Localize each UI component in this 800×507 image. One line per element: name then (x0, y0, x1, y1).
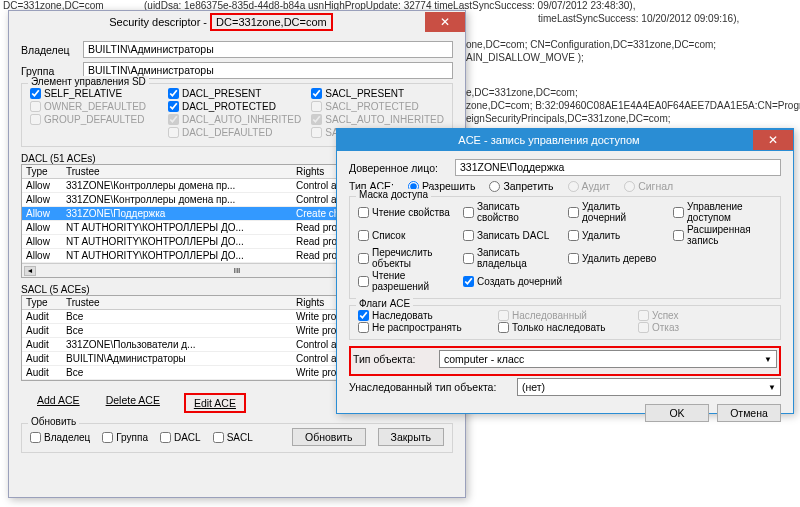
sd-title-prefix: Security descriptor - (109, 16, 210, 28)
cb-del-child[interactable]: Удалить дочерний (568, 201, 667, 223)
cb-ext-write[interactable]: Расширенная запись (673, 224, 772, 246)
cb-write-prop[interactable]: Записать свойство (463, 201, 562, 223)
bg-l4: AIN_DISALLOW_MOVE ); (466, 51, 584, 65)
ace-obj-type-select[interactable]: computer - класс ▼ (439, 350, 777, 368)
col-trustee[interactable]: Trustee (62, 165, 292, 178)
cb-self-relative[interactable]: SELF_RELATIVE (30, 88, 122, 99)
cb-refresh-group[interactable]: Группа (102, 432, 148, 443)
cb-sacl-auto-inherited: SACL_AUTO_INHERITED (311, 114, 444, 125)
cb-dacl-defaulted: DACL_DEFAULTED (168, 127, 272, 138)
cb-refresh-dacl[interactable]: DACL (160, 432, 201, 443)
cb-ctl-access[interactable]: Управление доступом (673, 201, 772, 223)
cb-owner-defaulted: OWNER_DEFAULTED (30, 101, 146, 112)
bg-l7: eignSecurityPrincipals,DC=331zone,DC=com… (466, 112, 671, 126)
bg-l3: one,DC=com; CN=Configuration,DC=331zone,… (466, 38, 716, 52)
update-button[interactable]: Обновить (292, 428, 366, 446)
cb-sacl-protected: SACL_PROTECTED (311, 101, 418, 112)
ace-trustee-field[interactable]: 331ZONE\Поддержка (455, 159, 781, 176)
cb-sacl-present[interactable]: SACL_PRESENT (311, 88, 404, 99)
bg-l6: zone,DC=com; B:32:09460C08AE1E4A4EA0F64A… (466, 99, 800, 113)
cb-write-owner[interactable]: Записать владельца (463, 247, 562, 269)
cb-success: Успех (638, 310, 772, 321)
cb-create-child[interactable]: Создать дочерний (463, 270, 562, 292)
cb-list[interactable]: Список (358, 224, 457, 246)
bg-l2: timeLastSyncSuccess: 10/20/2012 09:09:16… (538, 12, 739, 26)
owner-field[interactable]: BUILTIN\Администраторы (83, 41, 453, 58)
chevron-down-icon: ▼ (764, 355, 772, 364)
edit-ace-button[interactable]: Edit ACE (184, 393, 246, 413)
cb-dacl-auto-inherited: DACL_AUTO_INHERITED (168, 114, 301, 125)
cb-dacl-protected[interactable]: DACL_PROTECTED (168, 101, 276, 112)
cb-inherit[interactable]: Наследовать (358, 310, 492, 321)
sd-titlebar[interactable]: Security descriptor - DC=331zone,DC=com … (9, 11, 465, 33)
col-type[interactable]: Type (22, 165, 62, 178)
mask-title: Маска доступа (356, 189, 431, 200)
scroll-left-icon[interactable]: ◄ (24, 266, 36, 276)
cb-inherited: Наследованный (498, 310, 632, 321)
ace-obj-type-value: computer - класс (444, 353, 524, 365)
cb-read-perm[interactable]: Чтение разрешений (358, 270, 457, 292)
cb-onlyinh[interactable]: Только наследовать (498, 322, 632, 333)
ace-titlebar[interactable]: ACE - запись управления доступом ✕ (337, 129, 793, 151)
cb-read-prop[interactable]: Чтение свойства (358, 201, 457, 223)
cb-refresh-owner[interactable]: Владелец (30, 432, 90, 443)
close-button[interactable]: Закрыть (378, 428, 444, 446)
ace-dialog: ACE - запись управления доступом ✕ Довер… (336, 128, 794, 414)
radio-signal: Сигнал (624, 180, 673, 192)
cb-refresh-sacl[interactable]: SACL (213, 432, 253, 443)
bg-l5: e,DC=331zone,DC=com; (466, 86, 578, 100)
col-type[interactable]: Type (22, 296, 62, 309)
cb-enum[interactable]: Перечислить объекты (358, 247, 457, 269)
cb-del-tree[interactable]: Удалить дерево (568, 247, 667, 269)
delete-ace-button[interactable]: Delete ACE (104, 393, 162, 413)
ace-inh-type-label: Унаследованный тип объекта: (349, 381, 511, 393)
col-trustee[interactable]: Trustee (62, 296, 292, 309)
sd-title-dn: DC=331zone,DC=com (210, 13, 333, 31)
cb-noprop[interactable]: Не распространять (358, 322, 492, 333)
ace-obj-type-label: Тип объекта: (353, 353, 433, 365)
add-ace-button[interactable]: Add ACE (35, 393, 82, 413)
ace-inh-type-value: (нет) (522, 381, 545, 393)
group-label: Группа (21, 65, 77, 77)
cb-group-defaulted: GROUP_DEFAULTED (30, 114, 144, 125)
close-icon[interactable]: ✕ (753, 130, 793, 150)
cb-delete[interactable]: Удалить (568, 224, 667, 246)
flags-title: Флаги ACE (356, 298, 413, 309)
ace-trustee-label: Доверенное лицо: (349, 162, 449, 174)
ace-title: ACE - запись управления доступом (345, 134, 753, 146)
ok-button[interactable]: OK (645, 404, 709, 422)
sd-control-title: Элемент управления SD (28, 76, 149, 87)
cb-fail: Отказ (638, 322, 772, 333)
cb-write-dacl[interactable]: Записать DACL (463, 224, 562, 246)
cancel-button[interactable]: Отмена (717, 404, 781, 422)
radio-deny[interactable]: Запретить (489, 180, 553, 192)
radio-audit: Аудит (568, 180, 611, 192)
owner-label: Владелец (21, 44, 77, 56)
close-icon[interactable]: ✕ (425, 12, 465, 32)
refresh-title: Обновить (28, 416, 79, 427)
chevron-down-icon: ▼ (768, 383, 776, 392)
cb-dacl-present[interactable]: DACL_PRESENT (168, 88, 261, 99)
ace-inh-type-select[interactable]: (нет) ▼ (517, 378, 781, 396)
